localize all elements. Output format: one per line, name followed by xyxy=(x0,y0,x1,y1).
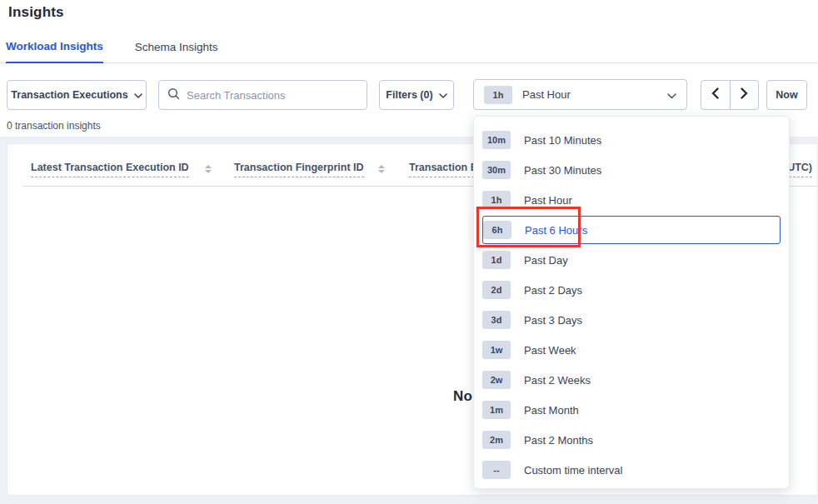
column-header-transaction-fingerprint-id[interactable]: Transaction Fingerprint ID xyxy=(234,162,364,177)
time-option-label: Past 2 Months xyxy=(524,434,593,447)
column-header-latest-transaction-execution-id[interactable]: Latest Transaction Execution ID xyxy=(31,162,189,177)
filters-label: Filters (0) xyxy=(386,89,432,101)
time-option-badge: 6h xyxy=(483,221,511,239)
time-option-label: Past 2 Days xyxy=(524,284,582,297)
time-option-past-week[interactable]: 1w Past Week xyxy=(474,335,789,365)
filters-button[interactable]: Filters (0) xyxy=(379,80,454,110)
time-option-label: Custom time interval xyxy=(524,464,622,477)
time-option-past-10-minutes[interactable]: 10m Past 10 Minutes xyxy=(474,125,789,155)
chevron-down-icon xyxy=(134,89,142,101)
time-option-badge: 1m xyxy=(482,401,511,419)
time-option-label: Past Day xyxy=(524,254,568,267)
time-option-label: Past Hour xyxy=(524,194,572,207)
time-option-past-2-months[interactable]: 2m Past 2 Months xyxy=(474,425,789,455)
workload-type-label: Transaction Executions xyxy=(11,89,127,101)
chevron-right-icon xyxy=(739,87,749,102)
time-interval-dropdown: 10m Past 10 Minutes 30m Past 30 Minutes … xyxy=(473,116,790,489)
previous-range-button[interactable] xyxy=(701,81,731,109)
time-option-badge: 1w xyxy=(482,341,511,359)
time-option-past-hour[interactable]: 1h Past Hour xyxy=(474,185,789,215)
time-option-badge: 10m xyxy=(482,131,511,149)
tab-schema-insights[interactable]: Schema Insights xyxy=(135,41,218,62)
now-button[interactable]: Now xyxy=(766,80,807,110)
time-option-badge: 1d xyxy=(482,251,511,269)
chevron-left-icon xyxy=(711,87,721,102)
insights-page: Workload Insights Schema Insights Insigh… xyxy=(0,0,818,504)
time-option-label: Past Month xyxy=(524,404,579,417)
time-option-badge: 2d xyxy=(482,281,511,299)
time-option-badge: 1h xyxy=(482,191,511,209)
search-input[interactable] xyxy=(187,89,358,102)
time-option-past-month[interactable]: 1m Past Month xyxy=(474,395,789,425)
time-option-past-3-days[interactable]: 3d Past 3 Days xyxy=(474,305,789,335)
sort-icon[interactable] xyxy=(205,165,212,173)
time-interval-label: Past Hour xyxy=(522,88,571,101)
next-range-button[interactable] xyxy=(731,81,759,109)
time-option-custom-time-interval[interactable]: -- Custom time interval xyxy=(474,455,789,485)
time-option-label: Past 10 Minutes xyxy=(524,134,601,147)
time-option-past-2-weeks[interactable]: 2w Past 2 Weeks xyxy=(474,365,789,395)
time-option-badge: -- xyxy=(482,461,511,479)
tab-workload-insights[interactable]: Workload Insights xyxy=(6,40,103,63)
time-option-badge: 2w xyxy=(482,371,511,389)
time-interval-select[interactable]: 1h Past Hour xyxy=(473,79,687,110)
time-option-past-day[interactable]: 1d Past Day xyxy=(474,245,789,275)
time-range-stepper xyxy=(701,80,759,110)
workload-type-select[interactable]: Transaction Executions xyxy=(7,80,147,110)
page-title: Insights xyxy=(8,4,64,21)
time-option-badge: 3d xyxy=(482,311,511,329)
search-icon xyxy=(167,87,180,103)
time-option-label: Past Week xyxy=(524,344,576,357)
time-option-badge: 2m xyxy=(482,431,511,449)
chevron-down-icon xyxy=(439,89,447,101)
tab-bar: Workload Insights Schema Insights xyxy=(0,0,818,63)
time-option-label: Past 6 Hours xyxy=(525,224,587,237)
search-box xyxy=(158,80,367,110)
time-option-label: Past 2 Weeks xyxy=(524,374,591,387)
insights-count: 0 transaction insights xyxy=(7,120,101,132)
chevron-down-icon xyxy=(667,87,676,102)
time-option-badge: 30m xyxy=(482,161,511,179)
time-option-label: Past 3 Days xyxy=(524,314,582,327)
time-option-past-30-minutes[interactable]: 30m Past 30 Minutes xyxy=(474,155,789,185)
sort-icon[interactable] xyxy=(378,165,385,173)
time-option-past-6-hours[interactable]: 6h Past 6 Hours xyxy=(482,216,781,244)
time-option-label: Past 30 Minutes xyxy=(524,164,601,177)
time-interval-badge: 1h xyxy=(484,86,512,104)
time-option-past-2-days[interactable]: 2d Past 2 Days xyxy=(474,275,789,305)
